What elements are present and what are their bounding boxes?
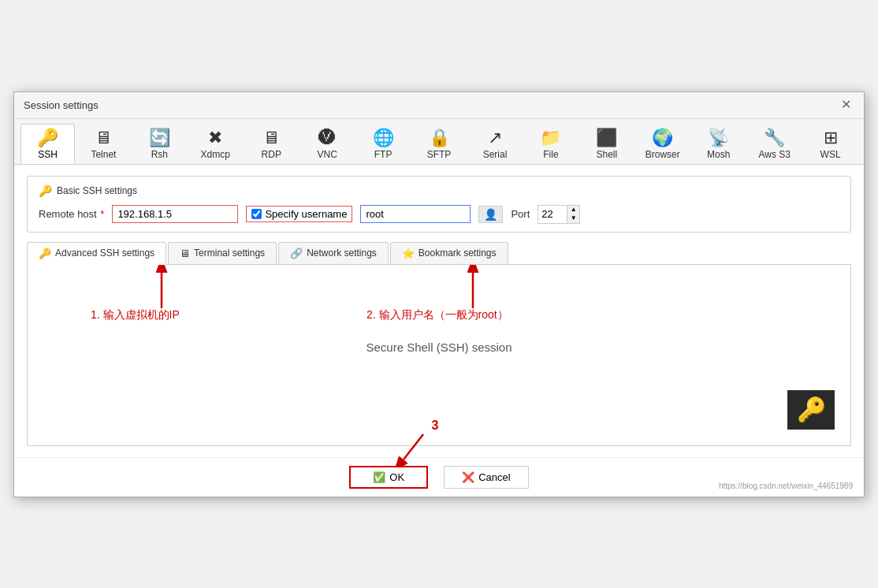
tab-ssh[interactable]: 🔑 SSH [20,124,75,164]
specify-username-checkbox-label[interactable]: Specify username [246,206,352,222]
tab-bookmark-label: Bookmark settings [419,247,497,259]
required-star: * [98,208,105,220]
key-icon-box: 🔑 [787,390,835,430]
section-tabs: 🔑 Advanced SSH settings 🖥 Terminal setti… [27,242,851,265]
ssh-icon: 🔑 [37,129,58,147]
tab-sftp-label: SFTP [427,149,452,160]
main-content: 🔑 Basic SSH settings Remote host * Speci… [14,165,864,457]
tab-browser-label: Browser [645,149,680,160]
port-input-wrap: ▲ ▼ [538,205,580,224]
ok-label: OK [389,471,404,483]
arrows-svg [28,265,850,445]
tab-file-label: File [543,149,558,160]
tab-telnet[interactable]: 🖥 Telnet [76,124,131,164]
serial-icon: ↗ [488,129,502,147]
tab-wsl[interactable]: ⊞ WSL [803,124,858,164]
basic-settings-form-row: Remote host * Specify username 👤 Port ▲ … [39,205,839,224]
cancel-icon: ❌ [462,471,474,483]
tab-terminal-settings[interactable]: 🖥 Terminal settings [168,242,277,264]
awss3-icon: 🔧 [764,129,785,147]
tab-awss3[interactable]: 🔧 Aws S3 [747,124,802,164]
tab-advanced-ssh[interactable]: 🔑 Advanced SSH settings [27,242,166,265]
basic-settings-icon: 🔑 [39,184,52,197]
tab-bookmark-settings[interactable]: ⭐ Bookmark settings [390,242,508,264]
tab-rsh[interactable]: 🔄 Rsh [132,124,187,164]
specify-username-checkbox[interactable] [251,209,262,219]
tab-vnc-label: VNC [317,149,337,160]
tab-network-label: Network settings [307,247,377,259]
ok-button[interactable]: ✅ OK [349,466,428,489]
telnet-icon: 🖥 [95,129,112,147]
tab-vnc[interactable]: 🅥 VNC [300,124,355,164]
tab-shell-label: Shell [597,149,618,160]
rsh-icon: 🔄 [149,129,170,147]
basic-settings-title: 🔑 Basic SSH settings [39,184,839,197]
ok-icon: ✅ [373,471,385,483]
advanced-ssh-icon: 🔑 [39,247,51,259]
vnc-icon: 🅥 [318,129,336,147]
session-settings-dialog: Session settings ✕ 🔑 SSH 🖥 Telnet 🔄 Rsh … [13,91,865,497]
tab-browser[interactable]: 🌍 Browser [635,124,690,164]
watermark: https://blog.csdn.net/weixin_44651989 [719,482,853,490]
bookmark-settings-icon: ⭐ [402,247,415,259]
user-icon-button[interactable]: 👤 [478,206,503,223]
wsl-icon: ⊞ [824,129,838,147]
tab-rdp-label: RDP [262,149,281,160]
port-label: Port [511,208,530,220]
mosh-icon: 📡 [708,129,729,147]
tab-mosh-label: Mosh [707,149,730,160]
tab-telnet-label: Telnet [91,149,116,160]
specify-username-label: Specify username [265,208,347,220]
tab-shell[interactable]: ⬛ Shell [579,124,634,164]
dialog-title: Session settings [24,99,99,111]
username-input[interactable] [360,205,471,223]
ftp-icon: 🌐 [373,129,394,147]
tab-wsl-label: WSL [820,149,841,160]
dialog-footer: 3 ✅ OK ❌ Cancel https://blog.csdn.net/we… [14,457,864,497]
tab-xdmcp[interactable]: ✖ Xdmcp [188,124,243,164]
tab-ftp[interactable]: 🌐 FTP [356,124,411,164]
tab-ssh-label: SSH [38,149,58,160]
file-icon: 📁 [540,129,561,147]
tab-serial-label: Serial [483,149,508,160]
annotation-text-2: 2. 输入用户名（一般为root） [366,308,508,322]
shell-icon: ⬛ [596,129,617,147]
tab-mosh[interactable]: 📡 Mosh [691,124,746,164]
rdp-icon: 🖥 [262,129,280,147]
key-icon: 🔑 [797,396,826,423]
port-input[interactable] [538,206,567,222]
annotation-text-1: 1. 输入虚拟机的IP [91,308,180,322]
port-increment-button[interactable]: ▲ [567,206,579,214]
tab-serial[interactable]: ↗ Serial [468,124,523,164]
basic-settings-label: Basic SSH settings [57,185,137,196]
cancel-button[interactable]: ❌ Cancel [444,466,528,489]
port-spinner: ▲ ▼ [567,206,579,223]
close-button[interactable]: ✕ [838,99,854,111]
remote-host-input[interactable] [112,205,238,223]
network-settings-icon: 🔗 [290,247,303,259]
tab-rsh-label: Rsh [151,149,168,160]
tab-terminal-label: Terminal settings [194,247,265,259]
ssh-panel: 1. 输入虚拟机的IP 2. 输入用户名（一般为root） Secure [27,265,851,446]
port-decrement-button[interactable]: ▼ [567,214,579,223]
remote-host-label: Remote host * [39,208,104,220]
section-area: 🔑 Advanced SSH settings 🖥 Terminal setti… [27,242,851,446]
cancel-label: Cancel [478,471,510,483]
sftp-icon: 🔒 [429,129,450,147]
title-bar: Session settings ✕ [14,92,864,119]
protocol-tabs: 🔑 SSH 🖥 Telnet 🔄 Rsh ✖ Xdmcp 🖥 RDP 🅥 VNC… [14,119,864,165]
tab-sftp[interactable]: 🔒 SFTP [412,124,467,164]
terminal-settings-icon: 🖥 [180,247,190,259]
browser-icon: 🌍 [652,129,673,147]
tab-network-settings[interactable]: 🔗 Network settings [278,242,389,264]
ssh-panel-text: Secure Shell (SSH) session [366,341,512,354]
tab-rdp[interactable]: 🖥 RDP [244,124,299,164]
xdmcp-icon: ✖ [208,129,222,147]
tab-xdmcp-label: Xdmcp [201,149,230,160]
tab-ftp-label: FTP [374,149,392,160]
tab-advanced-ssh-label: Advanced SSH settings [55,247,154,259]
basic-settings-box: 🔑 Basic SSH settings Remote host * Speci… [27,176,851,233]
tab-file[interactable]: 📁 File [523,124,578,164]
tab-awss3-label: Aws S3 [758,149,790,160]
